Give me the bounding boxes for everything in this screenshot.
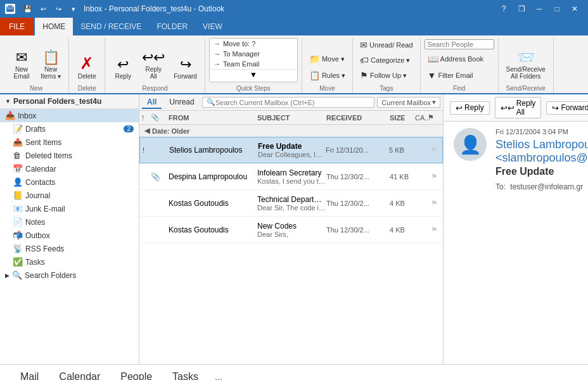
sidebar-item-search-folders[interactable]: ▶ 🔍 Search Folders [0,269,139,282]
rules-button[interactable]: 📋 Rules ▾ [306,68,348,82]
nav-people[interactable]: People [110,367,162,381]
help-btn[interactable]: ? [495,3,512,15]
sender-avatar: 👤 [454,128,487,161]
col-priority: ! [142,114,151,122]
categorize-button[interactable]: 🏷 Categorize ▾ [357,53,416,67]
nav-more-btn[interactable]: ... [208,368,229,381]
email-content: Infolearn Secretary Kostas, I send you t… [257,168,326,185]
flag-icon[interactable]: ⚑ [431,172,438,181]
title-bar: 💾 ↩ ↪ ▾ Inbox - Personal Folders_test4u … [0,0,588,18]
address-book-button[interactable]: 📖 Address Book [425,52,494,66]
categorize-label: Categorize ▾ [371,56,410,65]
save-quick-btn[interactable]: 💾 [22,3,34,15]
rp-forward-button[interactable]: ↪ Forward [546,101,588,115]
ribbon-group-tags: ✉ Unread/ Read 🏷 Categorize ▾ ⚑ Follow U… [353,38,421,93]
tab-file[interactable]: FILE [0,18,34,35]
email-row[interactable]: ! Stelios Lambropoulos Free Update Dear … [139,137,443,163]
follow-up-button[interactable]: ⚑ Follow Up ▾ [357,68,416,82]
new-items-button[interactable]: 📋 New Items ▾ [37,48,65,82]
filter-email-button[interactable]: ▼ Filter Email [425,68,494,82]
close-btn[interactable]: ✕ [566,3,583,15]
sidebar-item-junk[interactable]: 📧 Junk E-mail [0,202,139,215]
unread-read-button[interactable]: ✉ Unread/ Read [357,38,416,52]
ribbon-tabs: FILE HOME SEND / RECEIVE FOLDER VIEW [0,18,588,35]
mailbox-selector[interactable]: Current Mailbox ▾ [377,97,440,108]
restore-btn[interactable]: ❐ [513,3,530,15]
forward-button[interactable]: ↪ Forward [170,55,201,82]
flag-icon[interactable]: ⚑ [430,146,437,155]
email-flag: ⚑ [427,146,440,155]
sidebar-item-rss[interactable]: 📡 RSS Feeds [0,242,139,255]
qs-manager-label: To Manager [223,50,260,58]
col-size[interactable]: SIZE [390,114,415,122]
reply-all-button[interactable]: ↩↩ Reply All [138,48,169,82]
sidebar-item-outbox[interactable]: 📬 Outbox [0,229,139,242]
sidebar-item-tasks[interactable]: ✅ Tasks [0,255,139,269]
qs-item-move[interactable]: → Move to: ? [210,39,297,49]
maximize-btn[interactable]: □ [549,3,565,15]
qs-expand-btn[interactable]: ▼ [210,69,297,80]
redo-btn[interactable]: ↪ [52,3,65,15]
filter-tab-all[interactable]: All [142,96,162,109]
qa-dropdown-btn[interactable]: ▾ [67,3,80,15]
col-subject[interactable]: SUBJECT [257,114,326,122]
new-items-icon: 📋 [42,51,60,65]
email-subject: Free Update [258,142,326,151]
col-received[interactable]: RECEIVED [326,114,390,122]
sidebar-item-inbox[interactable]: 📥 Inbox [0,109,139,122]
new-items-label: New Items ▾ [41,66,61,80]
nav-tasks[interactable]: Tasks [162,367,208,381]
filter-tab-unread[interactable]: Unread [164,96,199,109]
qs-item-team[interactable]: → Team Email [210,59,297,69]
email-content: New Codes Dear Sirs, [257,222,326,238]
sidebar-item-contacts[interactable]: 👤 Contacts [0,175,139,189]
email-search-box: 🔍 [202,97,375,108]
nav-mail[interactable]: Mail [10,367,49,381]
sidebar-item-deleted[interactable]: 🗑 Deleted Items [0,149,139,162]
nav-calendar[interactable]: Calendar [49,367,110,381]
tab-send-receive[interactable]: SEND / RECEIVE [73,18,149,35]
email-list-pane: All Unread 🔍 Current Mailbox ▾ ! 📎 FROM … [139,94,444,364]
email-row[interactable]: 📎 Despina Lampropoulou Infolearn Secreta… [139,163,443,190]
drafts-badge: 2 [124,125,134,132]
contacts-folder-label: Contacts [25,178,134,187]
flag-icon[interactable]: ⚑ [431,225,438,234]
rp-reply-all-button[interactable]: ↩↩ Reply All [495,97,542,118]
sidebar-item-journal[interactable]: 📒 Journal [0,189,139,202]
window-controls: ? ❐ ─ □ ✕ [495,3,583,15]
sidebar-item-sent[interactable]: 📤 Sent Items [0,136,139,149]
sidebar-item-calendar[interactable]: 📅 Calendar [0,162,139,175]
journal-folder-label: Journal [25,191,134,200]
reading-pane-body: 👤 Fri 12/31/2004 3:04 PM Stelios Lambrop… [444,122,588,364]
undo-btn[interactable]: ↩ [37,3,49,15]
new-email-button[interactable]: ✉ New Email [8,48,35,82]
tab-folder[interactable]: FOLDER [149,18,195,35]
rp-reply-button[interactable]: ↩ Reply [450,101,490,115]
sidebar-item-drafts[interactable]: 📝 Drafts 2 [0,122,139,136]
follow-up-label: Follow Up ▾ [370,72,407,80]
sidebar-item-notes[interactable]: 📄 Notes [0,215,139,229]
send-receive-all-button[interactable]: 📨 Send/Receive All Folders [502,48,549,82]
notes-folder-label: Notes [25,218,134,227]
email-row[interactable]: Kostas Goutoudis Technical Department De… [139,190,443,217]
email-search-input[interactable] [215,99,371,106]
sidebar-root-header[interactable]: ▼ Personal Folders_test4u [0,94,139,109]
minimize-btn[interactable]: ─ [531,3,547,15]
reply-button[interactable]: ↩ Reply [109,55,137,82]
qs-move-label: Move to: ? [223,40,255,48]
move-button[interactable]: 📁 Move ▾ [306,52,348,66]
team-icon: → [214,60,220,68]
inbox-folder-label: Inbox [18,111,134,120]
col-from[interactable]: FROM [169,114,257,122]
search-people-input[interactable] [428,41,491,48]
rp-reply-icon: ↩ [456,103,463,113]
qs-item-manager[interactable]: → To Manager [210,49,297,59]
search-people-wrap [425,39,494,49]
tab-home[interactable]: HOME [35,18,73,35]
tab-view[interactable]: VIEW [195,18,230,35]
flag-icon[interactable]: ⚑ [431,199,438,208]
delete-button[interactable]: ✗ Delete [73,53,101,82]
email-row[interactable]: Kostas Goutoudis New Codes Dear Sirs, Th… [139,217,443,243]
move-group-label: Move [319,84,335,93]
email-list-columns: ! 📎 FROM SUBJECT RECEIVED SIZE CA... ⚑ [139,111,443,125]
